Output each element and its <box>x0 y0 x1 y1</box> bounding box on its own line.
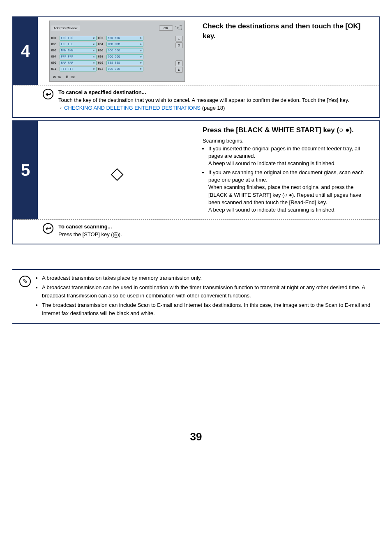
step-4-top: 4 Address Review OK ☜ 001CCC CCC✆ 002KK <box>13 17 379 85</box>
addr-item[interactable]: LLL LLL✆ <box>60 42 97 47</box>
step-4-screenshot: Address Review OK ☜ 001CCC CCC✆ 002KKK K… <box>38 17 196 85</box>
bullet-feeder: If you inserted the original pages in th… <box>208 145 372 168</box>
bw-inline-icon: ○ ● <box>339 126 349 134</box>
pointer-icon: ☞ <box>58 106 62 111</box>
address-review-panel: Address Review OK ☜ 001CCC CCC✆ 002KKK K… <box>49 21 185 82</box>
back-icon: ↩ <box>43 89 53 99</box>
cancel-destination-body: Touch the key of the destination that yo… <box>58 97 349 103</box>
addr-num: 001 <box>51 37 59 40</box>
addr-item[interactable]: SSS SSS✆ <box>106 60 143 65</box>
phone-icon: ✆ <box>93 37 95 40</box>
addr-item[interactable]: TTT TTT✆ <box>60 67 97 71</box>
start-key-icon: ◦ <box>111 168 123 181</box>
addr-item[interactable]: NNN NNN✆ <box>60 48 97 53</box>
scrollbar: 1 2 ⬆ ⬇ <box>175 36 183 73</box>
note-1: A broadcast transmission takes place by … <box>42 274 377 282</box>
step-5-graphic: ○ ● ◦ <box>38 121 196 220</box>
addr-item[interactable]: PPP PPP✆ <box>60 54 97 59</box>
addr-item[interactable]: OOO OOO✆ <box>106 48 143 53</box>
broadcast-notes: ✎ A broadcast transmission takes place b… <box>12 269 380 324</box>
back-icon: ↩ <box>43 223 53 234</box>
step-5-top: 5 ○ ● ◦ Press the [BLACK & WHITE START] … <box>13 121 379 220</box>
cc-filter[interactable]: 🗎Cc <box>66 75 75 79</box>
panel-title: Address Review <box>51 25 80 31</box>
envelope-icon: ✉ <box>53 75 56 79</box>
step-5: 5 ○ ● ◦ Press the [BLACK & WHITE START] … <box>12 120 380 244</box>
step-4-number: 4 <box>13 17 38 85</box>
page-number: 39 <box>12 431 380 443</box>
bw-dots-icon: ○ ● <box>110 161 124 168</box>
page-icon: 🗎 <box>66 75 69 79</box>
addr-item[interactable]: UUU UUU✆ <box>106 67 143 71</box>
step-5-heading: Press the [BLACK & WHITE START] key (○ ●… <box>203 125 372 135</box>
to-filter[interactable]: ✉To <box>53 75 61 79</box>
step-5-note: ↩ To cancel scanning... Press the [STOP]… <box>13 219 379 244</box>
scroll-up-button[interactable]: ⬆ <box>175 60 183 66</box>
page-total: 2 <box>175 42 183 48</box>
step-4-heading: Check the destinations and then touch th… <box>203 21 372 41</box>
cancel-scan-body: Press the [STOP] key (◎). <box>58 231 122 237</box>
addr-item[interactable]: KKK KKK✆ <box>106 36 143 41</box>
bullet-glass: If you are scanning the original on the … <box>208 169 372 214</box>
step-5-number: 5 <box>13 121 38 220</box>
phone-icon: ✆ <box>140 37 141 40</box>
page-current: 1 <box>175 36 183 41</box>
addr-num: 002 <box>98 37 106 40</box>
step-4-text: Check the destinations and then touch th… <box>196 17 379 85</box>
addr-item[interactable]: QQQ QQQ✆ <box>106 54 143 59</box>
note-2: A broadcast transmission can be used in … <box>42 283 377 299</box>
scanning-begins: Scanning begins. <box>203 137 372 145</box>
stop-key-icon: ◎ <box>113 232 119 238</box>
pencil-icon: ✎ <box>19 276 31 287</box>
bw-inline-icon: ○ ● <box>284 192 292 198</box>
cancel-scan-title: To cancel scanning... <box>58 223 112 230</box>
hand-icon: ☜ <box>175 23 183 33</box>
note-3: The broadcast transmission can include S… <box>42 301 377 317</box>
addr-item[interactable]: MMM MMM✆ <box>106 42 143 47</box>
cancel-destination-title: To cancel a specified destination... <box>58 89 146 95</box>
step-4-note: ↩ To cancel a specified destination... T… <box>13 85 379 117</box>
step-5-text: Press the [BLACK & WHITE START] key (○ ●… <box>196 121 379 220</box>
step-4: 4 Address Review OK ☜ 001CCC CCC✆ 002KK <box>12 16 380 118</box>
checking-destinations-link[interactable]: CHECKING AND DELETING ENTERED DESTINATIO… <box>64 105 201 111</box>
scroll-down-button[interactable]: ⬇ <box>175 67 183 73</box>
link-page-ref: (page 18) <box>201 105 225 111</box>
addr-item[interactable]: RRR RRR✆ <box>60 60 97 65</box>
addr-item[interactable]: CCC CCC✆ <box>60 36 97 41</box>
ok-button[interactable]: OK <box>159 25 173 31</box>
